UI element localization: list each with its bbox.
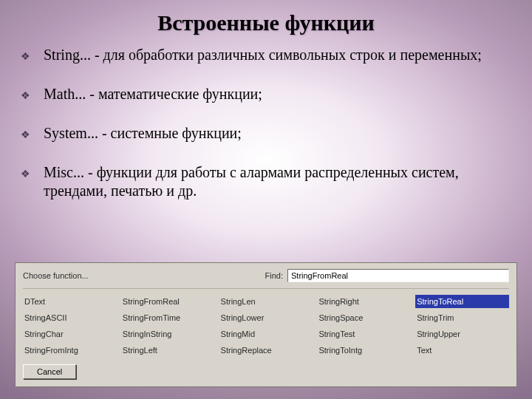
page-title: Встроенные функции xyxy=(0,0,532,35)
function-item[interactable]: StringLeft xyxy=(121,344,215,357)
function-item[interactable]: StringReplace xyxy=(219,344,313,357)
find-label: Find: xyxy=(265,271,283,280)
choose-function-dialog: Choose function... Find: DTextStringFrom… xyxy=(15,262,517,387)
function-item[interactable]: StringRight xyxy=(317,295,411,308)
list-item: ❖ Misc... - функции для работы с алармам… xyxy=(21,163,511,200)
diamond-icon: ❖ xyxy=(21,50,30,63)
function-item[interactable]: StringTest xyxy=(317,327,411,341)
function-item[interactable]: StringFromTime xyxy=(121,311,215,324)
function-item[interactable]: DText xyxy=(23,295,117,308)
function-item[interactable]: StringASCII xyxy=(23,311,117,324)
function-item[interactable]: StringFromReal xyxy=(121,295,215,308)
function-item[interactable]: StringLower xyxy=(219,311,313,324)
list-item: ❖ Math... - математические функции; xyxy=(21,85,511,103)
bullet-text: String... - для обработки различных симв… xyxy=(44,46,511,64)
diamond-icon: ❖ xyxy=(21,129,30,141)
diamond-icon: ❖ xyxy=(21,168,30,180)
dialog-header-row: Choose function... Find: xyxy=(23,269,509,282)
function-item[interactable]: StringFromIntg xyxy=(23,344,117,357)
bullet-text: Misc... - функции для работы с алармами … xyxy=(44,163,511,200)
function-item[interactable]: StringChar xyxy=(23,327,117,341)
list-item: ❖ String... - для обработки различных си… xyxy=(21,46,511,64)
function-item[interactable]: StringSpace xyxy=(317,311,411,324)
function-item[interactable]: StringMid xyxy=(219,327,313,341)
function-item[interactable]: StringToReal xyxy=(415,295,509,308)
function-item[interactable]: StringLen xyxy=(219,295,313,308)
function-item[interactable]: StringToIntg xyxy=(317,344,411,357)
list-item: ❖ System... - системные функции; xyxy=(21,124,511,143)
function-item[interactable]: StringInString xyxy=(121,327,215,341)
choose-function-label: Choose function... xyxy=(23,271,89,280)
function-item[interactable]: Text xyxy=(415,344,509,357)
function-grid: DTextStringFromRealStringLenStringRightS… xyxy=(23,288,509,357)
function-item[interactable]: StringUpper xyxy=(415,327,509,341)
function-item[interactable]: StringTrim xyxy=(415,311,509,324)
bullet-text: Math... - математические функции; xyxy=(44,85,511,103)
cancel-button[interactable]: Cancel xyxy=(23,364,76,379)
bullet-text: System... - системные функции; xyxy=(44,124,511,143)
find-input[interactable] xyxy=(287,269,509,282)
button-row: Cancel xyxy=(23,364,509,379)
bullet-list: ❖ String... - для обработки различных си… xyxy=(0,35,532,200)
diamond-icon: ❖ xyxy=(21,89,30,102)
